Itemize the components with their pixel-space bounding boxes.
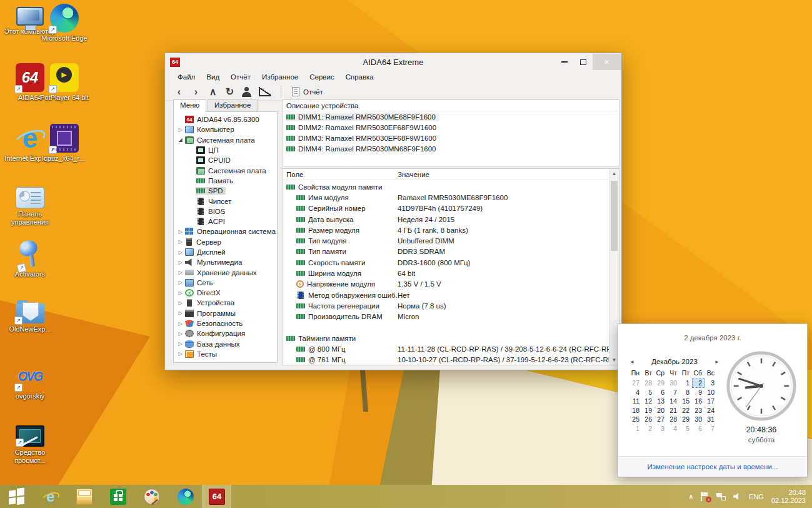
change-datetime-settings-link[interactable]: Изменение настроек даты и времени... bbox=[648, 463, 778, 470]
calendar-day[interactable]: 11 bbox=[629, 397, 642, 406]
calendar-day[interactable]: 20 bbox=[654, 406, 667, 415]
calendar-day[interactable]: 24 bbox=[704, 406, 717, 415]
next-month-icon[interactable]: ► bbox=[711, 359, 719, 365]
tree-item[interactable]: Память bbox=[176, 176, 277, 186]
panel-tab[interactable]: Меню bbox=[173, 99, 206, 112]
title-bar[interactable]: 64 AIDA64 Extreme × bbox=[166, 54, 621, 70]
menu-item[interactable]: Избранное bbox=[256, 73, 304, 81]
tree-item[interactable]: SPD bbox=[176, 186, 277, 196]
calendar-day[interactable]: 25 bbox=[629, 415, 642, 424]
expander-icon[interactable]: ▷ bbox=[176, 341, 184, 347]
tree-item[interactable]: ▷ Конфигурация bbox=[176, 328, 277, 338]
scroll-up-icon[interactable]: ▲ bbox=[609, 169, 619, 178]
field-row[interactable]: Метод обнаружения ошиб... Нет bbox=[283, 290, 609, 300]
calendar-day[interactable]: 3 bbox=[704, 378, 717, 388]
desktop-icon[interactable]: OldNewExp... bbox=[1, 298, 59, 333]
maximize-button[interactable] bbox=[574, 54, 593, 70]
calendar-day[interactable]: 27 bbox=[629, 378, 642, 388]
calendar-day[interactable]: 9 bbox=[692, 388, 704, 397]
menu-item[interactable]: Сервис bbox=[304, 73, 339, 81]
field-row[interactable]: Имя модуля Ramaxel RMR5030ME68F9F1600 bbox=[283, 192, 609, 203]
tree-item[interactable]: ▷ Операционная система bbox=[176, 226, 277, 236]
expander-icon[interactable]: ▷ bbox=[176, 270, 184, 275]
calendar-day[interactable]: 30 bbox=[667, 378, 679, 388]
calendar-day[interactable]: 3 bbox=[654, 424, 667, 434]
calendar-day[interactable]: 5 bbox=[642, 388, 654, 397]
calendar-day[interactable]: 30 bbox=[692, 415, 704, 424]
tree-item[interactable]: ▷ Программы bbox=[176, 308, 277, 318]
calendar-day[interactable]: 15 bbox=[679, 397, 692, 406]
up-icon[interactable]: ∧ bbox=[204, 84, 221, 100]
calendar-day[interactable]: 16 bbox=[692, 397, 704, 406]
dimm-row[interactable]: DIMM3: Ramaxel RMR5030EF68F9W1600 bbox=[283, 133, 619, 143]
calendar-day[interactable]: 29 bbox=[654, 378, 667, 388]
calendar-day[interactable]: 28 bbox=[642, 378, 654, 388]
field-row[interactable]: Тип памяти DDR3 SDRAM bbox=[283, 246, 609, 257]
desktop-icon[interactable]: Microsoft Edge bbox=[36, 4, 93, 43]
calendar-day[interactable]: 28 bbox=[667, 415, 679, 424]
field-row[interactable]: Серийный номер 41D97BF4h (4101757249) bbox=[283, 203, 609, 214]
tree-item[interactable]: ▷ Сервер bbox=[176, 237, 277, 247]
taskbar-app-button[interactable] bbox=[68, 485, 101, 508]
calendar-day[interactable]: 13 bbox=[654, 397, 667, 406]
calendar-day[interactable]: 8 bbox=[679, 388, 692, 397]
expander-icon[interactable]: ▷ bbox=[176, 127, 184, 133]
calendar-day[interactable]: 2 bbox=[642, 424, 654, 434]
taskbar-app-button[interactable]: e bbox=[34, 485, 68, 508]
expander-icon[interactable]: ▷ bbox=[176, 229, 184, 235]
report-button[interactable]: Отчёт bbox=[287, 85, 328, 98]
calendar-day[interactable]: 1 bbox=[679, 378, 692, 388]
calendar-day[interactable]: 23 bbox=[692, 406, 704, 415]
menu-item[interactable]: Справка bbox=[340, 73, 379, 81]
desktop-icon[interactable]: PotPlayer 64 bit bbox=[36, 63, 93, 102]
dimm-row[interactable]: DIMM4: Ramaxel RMR5030MN68F9F1600 bbox=[283, 143, 619, 154]
expander-icon[interactable]: ▷ bbox=[176, 239, 184, 245]
dimm-row[interactable]: DIMM2: Ramaxel RMR5030EF68F9W1600 bbox=[283, 122, 619, 133]
calendar-day[interactable]: 21 bbox=[667, 406, 679, 415]
desktop-icon[interactable]: Средство просмот... bbox=[1, 422, 59, 465]
field-row[interactable]: Дата выпуска Неделя 24 / 2015 bbox=[283, 214, 609, 225]
desktop-icon[interactable]: Activators bbox=[1, 240, 59, 278]
field-row[interactable]: Тайминги памяти bbox=[283, 333, 609, 343]
network-tray-icon[interactable] bbox=[716, 492, 726, 500]
desktop-icon[interactable]: Панель управления bbox=[1, 183, 59, 226]
action-center-flag-icon[interactable] bbox=[701, 492, 709, 501]
menu-item[interactable]: Вид bbox=[201, 73, 225, 81]
close-button[interactable]: × bbox=[593, 54, 621, 70]
calendar-day[interactable]: 2 bbox=[692, 378, 704, 388]
calendar-day[interactable]: 27 bbox=[654, 415, 667, 424]
calendar-day[interactable]: 7 bbox=[704, 424, 717, 434]
prev-month-icon[interactable]: ◄ bbox=[629, 359, 638, 365]
expander-icon[interactable]: ▷ bbox=[176, 331, 184, 337]
taskbar-app-button[interactable] bbox=[169, 485, 203, 508]
taskbar-app-button[interactable] bbox=[0, 485, 34, 508]
calendar-day[interactable]: 1 bbox=[629, 424, 642, 434]
user-icon[interactable] bbox=[241, 86, 253, 97]
taskbar-app-button[interactable] bbox=[135, 485, 169, 508]
tree-item[interactable]: CPUID bbox=[176, 155, 277, 165]
volume-tray-icon[interactable] bbox=[733, 493, 741, 500]
tree-item[interactable]: ▷ Мультимедиа bbox=[176, 257, 277, 267]
field-row[interactable]: Свойства модуля памяти bbox=[283, 181, 609, 192]
field-row[interactable]: Ширина модуля 64 bit bbox=[283, 268, 609, 278]
field-row[interactable]: Скорость памяти DDR3-1600 (800 МГц) bbox=[283, 257, 609, 268]
expander-icon[interactable]: ▷ bbox=[176, 351, 184, 357]
calendar-day[interactable]: 12 bbox=[642, 397, 654, 406]
language-indicator[interactable]: ENG bbox=[749, 493, 764, 500]
calendar-day[interactable]: 17 bbox=[704, 397, 717, 406]
expander-icon[interactable]: ◢ bbox=[176, 137, 184, 143]
chart-icon[interactable] bbox=[259, 87, 271, 96]
desktop-icon[interactable]: cpuz_x64_r... bbox=[36, 124, 93, 163]
calendar-day[interactable]: 6 bbox=[654, 388, 667, 397]
calendar-day[interactable]: 18 bbox=[629, 406, 642, 415]
tree-item[interactable]: Системная плата bbox=[176, 165, 277, 175]
tree-item[interactable]: ▷ База данных bbox=[176, 339, 277, 349]
minimize-button[interactable] bbox=[555, 54, 574, 70]
tree-item[interactable]: ▷ Сеть bbox=[176, 278, 277, 288]
field-row[interactable]: Размер модуля 4 ГБ (1 rank, 8 banks) bbox=[283, 225, 609, 235]
value-column-header[interactable]: Значение bbox=[398, 171, 429, 178]
field-row[interactable]: Тип модуля Unbuffered DIMM bbox=[283, 235, 609, 246]
field-row[interactable]: Производитель DRAM Micron bbox=[283, 312, 609, 322]
tree-item[interactable]: ▷ Компьютер bbox=[176, 124, 277, 135]
field-row[interactable] bbox=[283, 322, 609, 333]
